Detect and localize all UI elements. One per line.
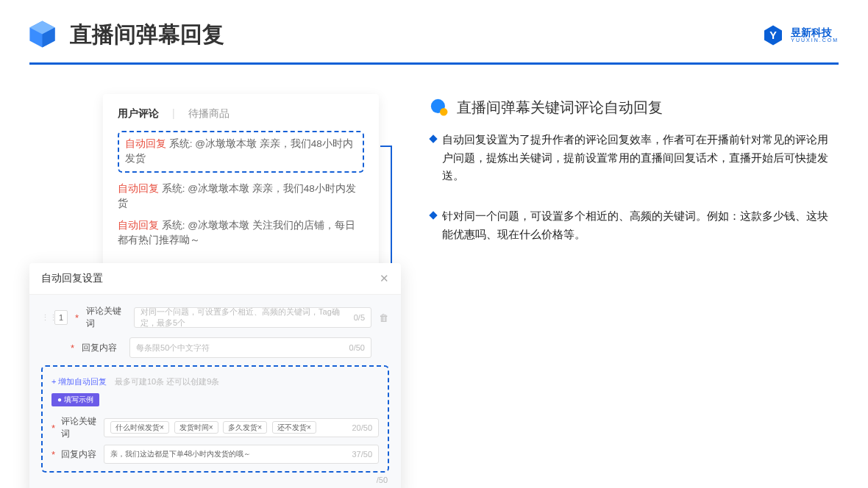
close-icon[interactable]: ✕: [380, 272, 389, 285]
cube-icon: [26, 18, 59, 51]
comment-item: 自动回复 系统: @冰墩墩本墩 关注我们的店铺，每日都有热门推荐呦～: [118, 218, 364, 248]
add-auto-reply-link[interactable]: + 增加自动回复: [51, 377, 107, 386]
comments-tabs: 用户评论 | 待播商品: [118, 107, 364, 121]
svg-point-5: [440, 108, 447, 115]
modal-header: 自动回复设置 ✕: [29, 263, 401, 295]
example-keyword-row: * 评论关键词 什么时候发货× 发货时间× 多久发货× 还不发货× 20/50: [51, 415, 379, 440]
page-title: 直播间弹幕回复: [70, 20, 224, 50]
content-input[interactable]: 每条限50个中文字符 0/50: [129, 337, 371, 358]
brand-logo: Y 昱新科技 YUUXIN.COM: [761, 24, 839, 47]
tab-products[interactable]: 待播商品: [188, 107, 230, 121]
drag-icon[interactable]: ⋮⋮: [41, 315, 47, 320]
chat-bubble-icon: [430, 98, 449, 118]
brand-icon: Y: [761, 24, 785, 47]
content-label: 回复内容: [82, 342, 122, 354]
keyword-input[interactable]: 对同一个问题，可设置多个相近、高频的关键词，Tag确定，最多5个 0/5: [134, 307, 371, 328]
tab-user-comments[interactable]: 用户评论: [118, 107, 159, 121]
example-pill: ● 填写示例: [51, 393, 99, 406]
auto-reply-tag: 自动回复: [125, 138, 166, 149]
keyword-row: ⋮⋮ 1 * 评论关键词 对同一个问题，可设置多个相近、高频的关键词，Tag确定…: [41, 305, 389, 330]
connector-line: [380, 146, 392, 147]
header-left: 直播间弹幕回复: [26, 18, 224, 51]
comments-card: 用户评论 | 待播商品 自动回复 系统: @冰墩墩本墩 亲亲，我们48小时内发货…: [103, 94, 379, 272]
outer-count: /50: [41, 473, 389, 484]
bullet-1: 自动回复设置为了提升作者的评论回复效率，作者可在开播前针对常见的评论用户问题，提…: [430, 131, 839, 185]
example-keyword-input[interactable]: 什么时候发货× 发货时间× 多久发货× 还不发货× 20/50: [104, 418, 379, 437]
add-sub-text: 最多可建10条 还可以创建9条: [115, 377, 219, 386]
section-title: 直播间弹幕关键词评论自动回复: [457, 98, 663, 118]
example-content-row: * 回复内容 亲，我们这边都是下单48小时内发货的哦～ 37/50: [51, 445, 379, 464]
content-row: * 回复内容 每条限50个中文字符 0/50: [41, 337, 389, 358]
highlighted-comment: 自动回复 系统: @冰墩墩本墩 亲亲，我们48小时内发货: [118, 131, 364, 173]
comment-item: 自动回复 系统: @冰墩墩本墩 亲亲，我们48小时内发货: [118, 182, 364, 212]
required-dot: *: [75, 312, 79, 323]
modal-title: 自动回复设置: [41, 272, 103, 285]
settings-modal: 自动回复设置 ✕ ⋮⋮ 1 * 评论关键词 对同一个问题，可设置多个相近、高频的…: [29, 263, 401, 488]
example-box: + 增加自动回复 最多可建10条 还可以创建9条 ● 填写示例 * 评论关键词 …: [41, 365, 389, 473]
diamond-icon: [429, 134, 437, 143]
brand-url: YUUXIN.COM: [791, 37, 839, 43]
svg-text:Y: Y: [769, 29, 777, 40]
trash-icon[interactable]: 🗑: [379, 312, 389, 323]
page-header: 直播间弹幕回复 Y 昱新科技 YUUXIN.COM: [0, 0, 868, 62]
section-header: 直播间弹幕关键词评论自动回复: [430, 98, 839, 118]
diamond-icon: [429, 211, 437, 219]
order-number: 1: [54, 310, 68, 325]
example-content-input[interactable]: 亲，我们这边都是下单48小时内发货的哦～ 37/50: [104, 445, 379, 464]
bullet-2: 针对同一个问题，可设置多个相近的、高频的关键词。例如：这款多少钱、这块能优惠吗、…: [430, 207, 839, 243]
brand-name: 昱新科技: [791, 27, 839, 37]
keyword-label: 评论关键词: [86, 305, 127, 330]
